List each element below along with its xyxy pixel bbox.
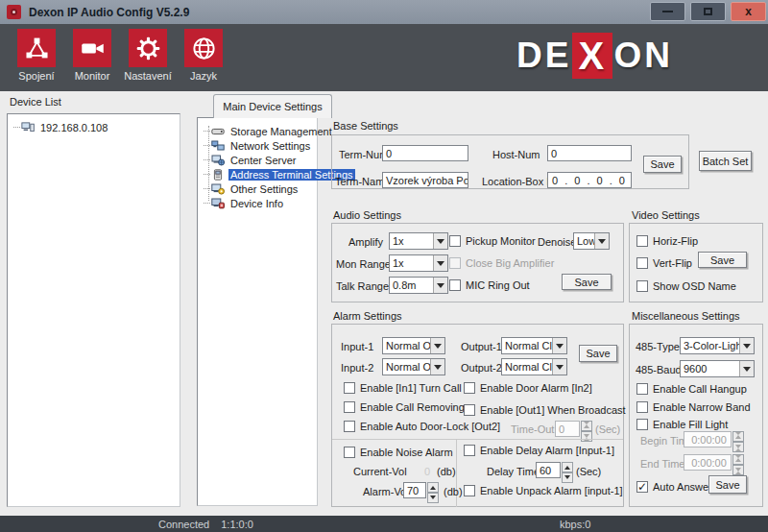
- dropdown-arrow-icon[interactable]: [739, 338, 754, 353]
- workstation-icon: [21, 122, 35, 133]
- checkbox-icon: [464, 382, 475, 394]
- base-save-button[interactable]: Save: [643, 156, 682, 173]
- talk-range-select[interactable]: 0.8m: [389, 277, 448, 294]
- tree-item-address-terminal-settings[interactable]: Address Terminal Settings: [198, 167, 317, 181]
- host-num-label: Host-Num: [492, 149, 540, 160]
- device-list-item[interactable]: 192.168.0.108: [8, 120, 180, 134]
- checkbox-icon: [636, 401, 648, 413]
- enable-noise-alarm-checkbox[interactable]: Enable Noise Alarm: [344, 446, 453, 458]
- host-num-input[interactable]: 0: [547, 145, 632, 161]
- dropdown-arrow-icon[interactable]: [430, 359, 444, 375]
- enable-auto-door-lock-checkbox[interactable]: Enable Auto Door-Lock [Out2]: [344, 420, 500, 432]
- term-num-input[interactable]: 0: [382, 145, 468, 161]
- current-vol-value: 0: [424, 466, 430, 477]
- input1-select[interactable]: Normal Open: [382, 337, 445, 354]
- spin-up-icon: [732, 454, 744, 465]
- 485-baud-label: 485-Baud: [636, 364, 682, 375]
- show-osd-name-checkbox[interactable]: Show OSD Name: [636, 279, 736, 292]
- video-save-button[interactable]: Save: [698, 252, 747, 268]
- enable-out1-broadcast-checkbox[interactable]: Enable [Out1] When Broadcast: [464, 403, 626, 416]
- output2-select[interactable]: Normal Close: [501, 358, 567, 375]
- misc-save-button[interactable]: Save: [708, 475, 747, 494]
- audio-save-button[interactable]: Save: [562, 274, 612, 290]
- tree-item-network-settings[interactable]: Network Settings: [198, 138, 317, 153]
- enable-unpack-alarm-checkbox[interactable]: Enable Unpack Alarm [input-1]: [464, 484, 623, 496]
- delay-time-spinner[interactable]: 60: [536, 462, 573, 478]
- checkbox-icon: [636, 481, 648, 493]
- current-vol-unit: (db): [437, 466, 456, 477]
- tree-item-device-info[interactable]: Device Info: [198, 196, 317, 210]
- minimize-button[interactable]: [650, 2, 685, 21]
- checkbox-icon: [636, 235, 648, 247]
- connection-status: Connected: [158, 519, 209, 530]
- dropdown-arrow-icon[interactable]: [739, 361, 754, 376]
- batch-set-button[interactable]: Batch Set: [699, 151, 752, 171]
- denoise-select[interactable]: Low: [573, 232, 610, 250]
- end-time-spinner: 0:00:00: [684, 454, 744, 471]
- term-name-input[interactable]: Vzorek výroba PoE + a: [382, 172, 468, 188]
- device-ip: 192.168.0.108: [38, 122, 109, 133]
- title-bar: Dexon IP Audio Config V5.2.9 x: [0, 0, 768, 24]
- kbps-indicator: kbps:0: [560, 519, 590, 530]
- output1-select[interactable]: Normal Close: [501, 337, 567, 354]
- dropdown-arrow-icon[interactable]: [433, 278, 447, 293]
- tab-main-device-settings[interactable]: Main Device Settings: [213, 94, 332, 118]
- dropdown-arrow-icon[interactable]: [552, 338, 566, 353]
- enable-door-alarm-checkbox[interactable]: Enable Door Alarm [In2]: [464, 381, 592, 394]
- toolbar-label: Spojení: [18, 70, 54, 82]
- auto-answer-checkbox[interactable]: Auto Answer: [636, 480, 712, 493]
- toolbar-button-monitor[interactable]: Monitor: [65, 29, 119, 82]
- tree-item-storage-management[interactable]: Storage Management: [198, 124, 317, 138]
- enable-delay-alarm-checkbox[interactable]: Enable Delay Alarm [Input-1]: [464, 444, 614, 456]
- alarm-vol-spinner[interactable]: 70: [403, 482, 439, 498]
- spin-up-icon[interactable]: [427, 482, 439, 493]
- delay-time-unit: (Sec): [576, 466, 601, 477]
- enable-narrow-band-checkbox[interactable]: Enable Narrow Band: [636, 400, 751, 413]
- tree-item-center-server[interactable]: Center Server: [198, 153, 317, 167]
- toolbar-button-jazyk[interactable]: Jazyk: [177, 29, 230, 82]
- spin-up-icon[interactable]: [562, 462, 573, 472]
- dropdown-arrow-icon[interactable]: [430, 338, 444, 353]
- begin-time-spinner: 0:00:00: [684, 431, 744, 447]
- spin-down-icon[interactable]: [427, 493, 439, 503]
- location-box-ip-input[interactable]: 0 . 0 . 0 . 0: [547, 172, 632, 188]
- settings-tree-panel[interactable]: Storage Management Network Settings Cent…: [197, 117, 318, 506]
- pickup-monitor-checkbox[interactable]: Pickup Monitor: [449, 234, 536, 247]
- horiz-flip-checkbox[interactable]: Horiz-Flip: [636, 234, 698, 247]
- device-list-panel[interactable]: 192.168.0.108: [7, 113, 180, 507]
- enable-call-removing-checkbox[interactable]: Enable Call Removing: [344, 400, 465, 413]
- close-big-amplifier-checkbox: Close Big Amplifier: [449, 256, 554, 269]
- alarm-save-button[interactable]: Save: [579, 345, 617, 362]
- spin-up-icon: [732, 431, 744, 442]
- globe-icon: [184, 29, 223, 67]
- toolbar-button-spojeni[interactable]: Spojení: [10, 29, 63, 82]
- device-info-icon: [211, 198, 225, 209]
- enable-fill-light-checkbox[interactable]: Enable Fill Light: [636, 418, 728, 430]
- dropdown-arrow-icon[interactable]: [433, 233, 447, 249]
- other-settings-icon: [211, 183, 225, 195]
- tree-item-other-settings[interactable]: Other Settings: [198, 181, 317, 196]
- vert-flip-checkbox[interactable]: Vert-Flip: [636, 256, 692, 269]
- spin-down-icon[interactable]: [562, 472, 573, 483]
- 485-baud-select[interactable]: 9600: [680, 360, 755, 377]
- mon-range-label: Mon Range: [336, 258, 391, 270]
- status-bar: Connected 1:1:0:0 kbps:0: [0, 516, 768, 532]
- close-button[interactable]: x: [731, 2, 766, 21]
- input2-label: Input-2: [341, 362, 373, 374]
- mon-range-select[interactable]: 1x: [389, 254, 448, 272]
- enable-in1-turn-call-checkbox[interactable]: Enable [In1] Turn Call: [344, 381, 462, 394]
- spin-down-icon: [732, 465, 744, 475]
- 485-type-select[interactable]: 3-Color-Light: [680, 337, 755, 354]
- dropdown-arrow-icon[interactable]: [433, 255, 447, 271]
- dropdown-arrow-icon[interactable]: [594, 233, 609, 249]
- maximize-button[interactable]: [690, 2, 726, 21]
- checkbox-icon: [636, 257, 648, 269]
- mic-ring-out-checkbox[interactable]: MIC Ring Out: [449, 278, 530, 291]
- toolbar-button-nastaveni[interactable]: Nastavení: [121, 29, 175, 82]
- toolbar: Spojení Monitor: [0, 24, 768, 91]
- amplify-select[interactable]: 1x: [389, 232, 448, 250]
- enable-call-hangup-checkbox[interactable]: Enable Call Hangup: [636, 382, 747, 395]
- dropdown-arrow-icon[interactable]: [552, 359, 566, 375]
- input2-select[interactable]: Normal Open: [382, 358, 445, 375]
- logo-x-box: X: [572, 33, 612, 79]
